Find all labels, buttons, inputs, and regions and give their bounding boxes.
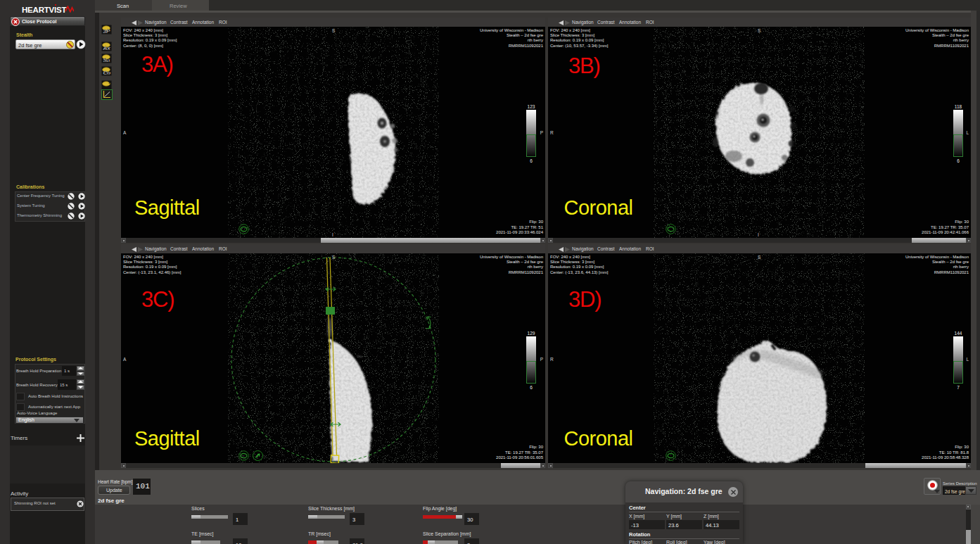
svg-text:3P: 3P [103, 28, 110, 34]
svg-text:Sa: Sa [103, 57, 110, 63]
svg-text:y: y [256, 454, 258, 458]
svg-text:Co: Co [103, 70, 111, 76]
svg-text:Ax: Ax [103, 45, 111, 51]
